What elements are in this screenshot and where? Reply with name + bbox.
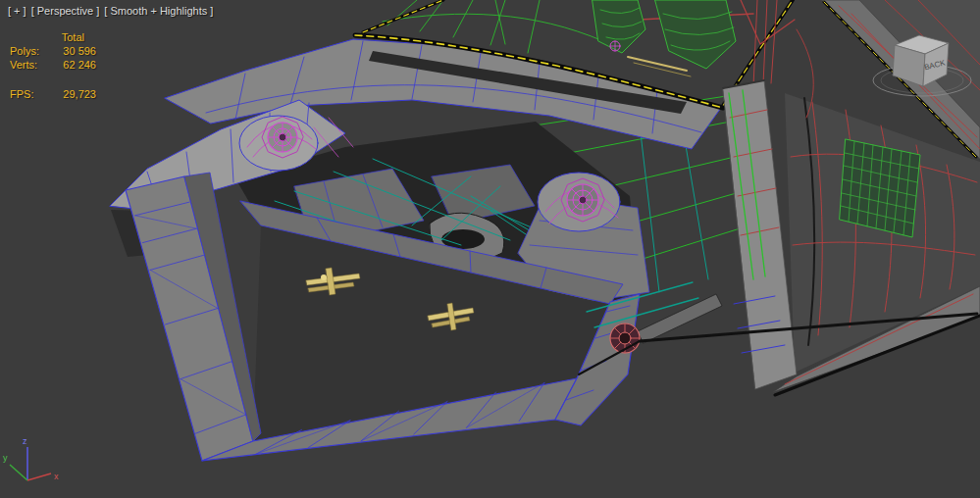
strut-tower-left[interactable] (239, 116, 318, 171)
scene-canvas[interactable]: BACK z y x (0, 0, 980, 498)
stats-total-label: Total (62, 30, 84, 44)
viewport-general-menu[interactable]: [ + ] (8, 5, 26, 17)
viewport-label: [ + ] [ Perspective ] [ Smooth + Highlig… (8, 5, 213, 17)
stats-polys-value: 30 596 (63, 44, 96, 58)
strut-tower-right[interactable] (538, 173, 620, 231)
stats-polys-row: Polys: 30 596 (10, 44, 96, 58)
viewport-pov-menu[interactable]: [ Perspective ] (31, 5, 100, 17)
axis-y-label: y (3, 453, 8, 463)
stats-fps-label: FPS: (10, 87, 33, 101)
stats-verts-row: Verts: 62 246 (10, 58, 96, 72)
stats-fps-row: FPS: 29,723 (10, 87, 96, 101)
axis-x-label: x (54, 472, 59, 481)
viewport-shading-menu[interactable]: [ Smooth + Highlights ] (104, 5, 213, 17)
statistics-overlay: Total Polys: 30 596 Verts: 62 246 FPS: 2… (10, 30, 96, 101)
stats-verts-value: 62 246 (63, 58, 96, 72)
stats-fps-value: 29,723 (63, 87, 96, 101)
stats-verts-label: Verts: (10, 58, 37, 72)
axis-z-label: z (23, 436, 27, 446)
green-mesh-panel (840, 139, 920, 237)
3d-viewport[interactable]: BACK z y x [ + ] [ Perspective ] [ Smoot… (0, 0, 980, 498)
stats-polys-label: Polys: (10, 44, 39, 58)
